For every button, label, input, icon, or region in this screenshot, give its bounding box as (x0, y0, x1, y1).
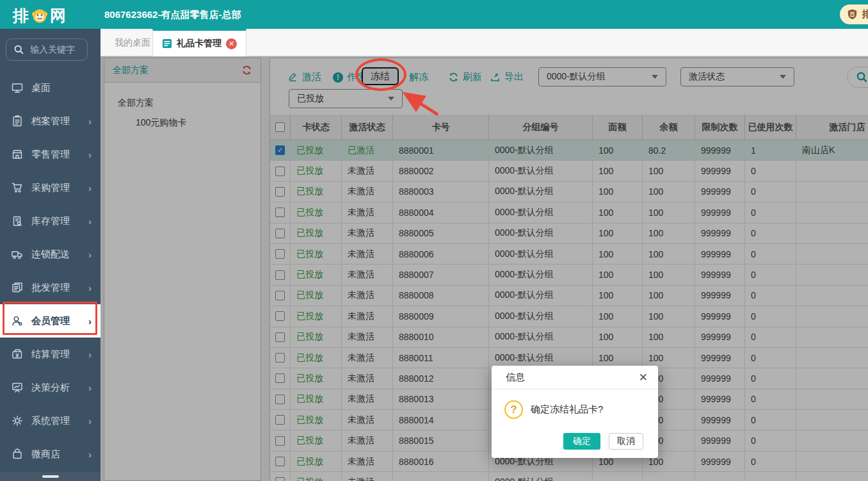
tab-label: 礼品卡管理 (177, 38, 221, 49)
logo-text-suffix: 网 (50, 5, 67, 26)
logo-text-prefix: 排 (13, 5, 29, 26)
sidebar-item-analysis[interactable]: 决策分析 › (0, 371, 100, 404)
chevron-right-icon: › (88, 349, 92, 360)
chevron-right-icon: › (88, 149, 92, 160)
sidebar: 输入关键字 桌面 档案管理 › 零售管理 › 采购管理 › 库存管理 › 连锁配… (0, 29, 100, 481)
sidebar-item-label: 系统管理 (31, 415, 88, 427)
modal-dim-overlay (100, 56, 868, 481)
inventory-icon (11, 215, 24, 227)
documents-icon (11, 281, 24, 294)
sidebar-item-label: 会员管理 (31, 315, 88, 327)
gear-icon (11, 414, 24, 427)
monkey-mascot-icon (31, 8, 48, 24)
sidebar-item-desktop[interactable]: 桌面 (0, 71, 100, 104)
sidebar-item-microshop[interactable]: 微商店 › (0, 437, 100, 471)
app-logo: 排 网 (13, 5, 67, 26)
chevron-right-icon: › (88, 249, 92, 260)
chart-icon (11, 381, 24, 394)
sidebar-item-label: 连锁配送 (31, 249, 88, 261)
tab-gift-card-management[interactable]: 礼品卡管理 ✕ (152, 29, 246, 56)
sidebar-item-retail[interactable]: 零售管理 › (0, 138, 100, 171)
search-icon (13, 44, 24, 55)
badge-label: 排 (862, 8, 868, 20)
sidebar-collapse-handle[interactable] (0, 472, 100, 481)
sidebar-item-label: 决策分析 (31, 382, 88, 394)
dialog-message: 确定冻结礼品卡? (531, 404, 603, 416)
sidebar-item-settlement[interactable]: 结算管理 › (0, 338, 100, 371)
sidebar-item-label: 微商店 (31, 448, 88, 461)
search-placeholder: 输入关键字 (30, 44, 75, 56)
chevron-right-icon: › (88, 316, 92, 327)
archive-icon (11, 115, 24, 127)
close-tab-icon[interactable]: ✕ (226, 38, 237, 49)
question-circle-icon: ? (504, 400, 523, 419)
sidebar-search-input[interactable]: 输入关键字 (6, 38, 88, 61)
chevron-right-icon: › (88, 416, 92, 427)
store-title: 8067623662-有点甜零售店-总部 (104, 0, 241, 29)
wallet-icon (11, 348, 24, 361)
sidebar-item-label: 零售管理 (31, 149, 88, 161)
confirm-freeze-dialog: 信息 ✕ ? 确定冻结礼品卡? 确定 取消 (492, 366, 658, 458)
sidebar-item-label: 结算管理 (31, 348, 88, 361)
confirm-button[interactable]: 确定 (563, 433, 600, 450)
sidebar-item-label: 采购管理 (31, 182, 88, 194)
main-area: 我的桌面 礼品卡管理 ✕ 全部方案 全部方案 100元购物卡 (100, 29, 868, 481)
bag-icon (11, 448, 24, 461)
truck-icon (11, 248, 24, 261)
sidebar-item-delivery[interactable]: 连锁配送 › (0, 238, 100, 271)
tab-label: 我的桌面 (115, 37, 150, 49)
gift-card-list-icon (162, 38, 172, 49)
sidebar-item-wholesale[interactable]: 批发管理 › (0, 271, 100, 304)
sidebar-item-label: 批发管理 (31, 282, 88, 294)
chevron-right-icon: › (88, 449, 92, 460)
sidebar-item-members[interactable]: 会员管理 › (0, 304, 100, 338)
top-header: 排 网 8067623662-有点甜零售店-总部 排 (0, 0, 868, 29)
chevron-right-icon: › (88, 116, 92, 127)
cancel-button[interactable]: 取消 (609, 433, 643, 450)
sidebar-menu: 桌面 档案管理 › 零售管理 › 采购管理 › 库存管理 › 连锁配送 › 批发… (0, 71, 100, 471)
monitor-icon (11, 81, 24, 94)
chevron-right-icon: › (88, 216, 92, 227)
chevron-right-icon: › (88, 183, 92, 193)
sidebar-item-inventory[interactable]: 库存管理 › (0, 204, 100, 238)
member-icon (11, 314, 24, 327)
chevron-right-icon: › (88, 382, 92, 393)
account-badge[interactable]: 排 (840, 4, 868, 24)
storefront-icon (11, 148, 24, 161)
sidebar-item-label: 桌面 (31, 82, 92, 94)
sidebar-item-label: 档案管理 (31, 115, 88, 127)
sidebar-item-purchase[interactable]: 采购管理 › (0, 171, 100, 204)
close-icon[interactable]: ✕ (639, 372, 648, 383)
shield-icon (846, 8, 858, 20)
sidebar-item-label: 库存管理 (31, 215, 88, 227)
tab-my-desktop[interactable]: 我的桌面 (106, 29, 159, 56)
dialog-title: 信息 (506, 371, 525, 384)
sidebar-item-system[interactable]: 系统管理 › (0, 404, 100, 437)
cart-icon (11, 181, 24, 194)
chevron-right-icon: › (88, 282, 92, 293)
sidebar-item-archives[interactable]: 档案管理 › (0, 104, 100, 138)
tab-bar: 我的桌面 礼品卡管理 ✕ (100, 29, 868, 56)
content-region: 全部方案 全部方案 100元购物卡 激活 ! 作废 (100, 56, 868, 481)
collapse-dash-icon (42, 475, 59, 478)
